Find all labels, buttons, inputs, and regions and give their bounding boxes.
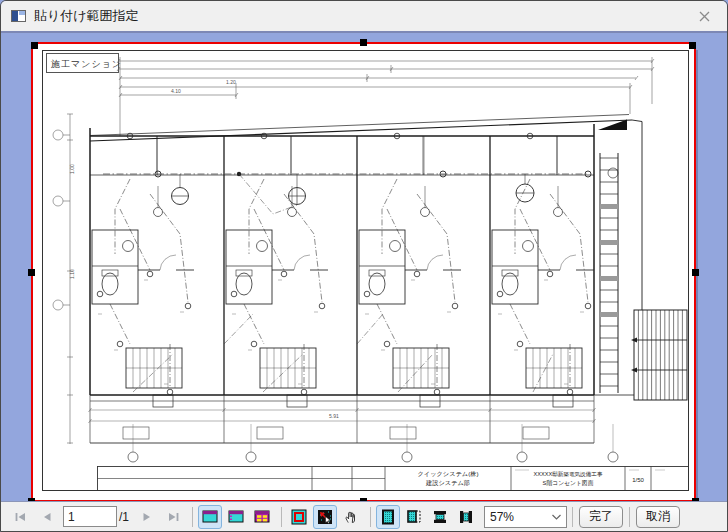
fit-width-button[interactable] <box>454 505 478 529</box>
first-page-icon <box>13 509 29 525</box>
sheet-title: 施工マンション <box>51 59 122 69</box>
close-button[interactable] <box>691 3 717 29</box>
next-page-icon <box>139 509 155 525</box>
cancel-button[interactable]: 取消 <box>636 506 680 528</box>
toolbar: /1 <box>1 501 727 531</box>
drawing-canvas[interactable]: 施工マンション 1.20 4.10 1.00 1.10 <box>33 44 694 500</box>
page-total-label: /1 <box>119 510 129 524</box>
chevron-down-icon <box>551 510 562 524</box>
selection-handle-n[interactable] <box>360 39 367 46</box>
app-icon <box>11 10 26 22</box>
zoom-region-button[interactable] <box>287 505 311 529</box>
single-page-view-icon <box>202 509 218 525</box>
zoom-level-dropdown[interactable]: 57% <box>484 506 567 528</box>
company-name: クイックシステム(株) <box>418 470 479 477</box>
selection-handle-e[interactable] <box>692 269 699 276</box>
view-thumbnails-button[interactable] <box>250 505 274 529</box>
actual-size-button[interactable] <box>402 505 426 529</box>
svg-text:1.20: 1.20 <box>226 79 236 85</box>
done-button[interactable]: 完了 <box>579 506 623 528</box>
panel-view-icon <box>228 509 244 525</box>
zoom-region-icon <box>291 509 307 525</box>
svg-text:5.91: 5.91 <box>329 413 339 419</box>
company-dept: 建設システム部 <box>425 479 470 487</box>
paste-range-dialog: 貼り付け範囲指定 <box>0 0 728 532</box>
prev-page-button[interactable] <box>35 505 59 529</box>
separator <box>370 507 371 527</box>
thumbnails-view-icon <box>254 509 270 525</box>
svg-text:1.10: 1.10 <box>69 269 75 279</box>
client-area: 施工マンション 1.20 4.10 1.00 1.10 <box>1 31 727 503</box>
fit-width-icon <box>458 509 474 525</box>
scale-value: 1/50 <box>632 477 644 483</box>
last-page-icon <box>165 509 181 525</box>
svg-text:1.00: 1.00 <box>69 164 75 174</box>
selection-handle-ne[interactable] <box>689 42 696 49</box>
titlebar: 貼り付け範囲指定 <box>1 1 727 31</box>
separator <box>572 507 573 527</box>
actual-size-icon <box>406 509 422 525</box>
separator <box>192 507 193 527</box>
first-page-button[interactable] <box>9 505 33 529</box>
window-title: 貼り付け範囲指定 <box>34 7 139 25</box>
fit-height-button[interactable] <box>428 505 452 529</box>
hand-icon <box>343 509 359 525</box>
close-icon <box>698 10 711 23</box>
view-single-page-button[interactable] <box>198 505 222 529</box>
svg-text:4.10: 4.10 <box>171 88 181 94</box>
separator <box>281 507 282 527</box>
project-name: XXXXX邸新築電気設備工事 <box>534 471 603 478</box>
fit-page-icon <box>380 509 396 525</box>
floor-plan-drawing: 施工マンション 1.20 4.10 1.00 1.10 <box>33 44 694 500</box>
page-number-input[interactable] <box>63 506 117 527</box>
last-page-button[interactable] <box>161 505 185 529</box>
selection-handle-nw[interactable] <box>31 42 38 49</box>
select-region-icon <box>317 509 333 525</box>
prev-page-icon <box>39 509 55 525</box>
zoom-level-value: 57% <box>490 510 514 524</box>
separator <box>629 507 630 527</box>
next-page-button[interactable] <box>135 505 159 529</box>
fit-height-icon <box>432 509 448 525</box>
pan-button[interactable] <box>339 505 363 529</box>
sheet-frame: 施工マンション <box>43 51 689 491</box>
fit-page-button[interactable] <box>376 505 400 529</box>
view-with-panel-button[interactable] <box>224 505 248 529</box>
sheet-name: S階コンセント図面 <box>543 479 594 487</box>
selection-handle-w[interactable] <box>28 269 35 276</box>
select-region-button[interactable] <box>313 505 337 529</box>
